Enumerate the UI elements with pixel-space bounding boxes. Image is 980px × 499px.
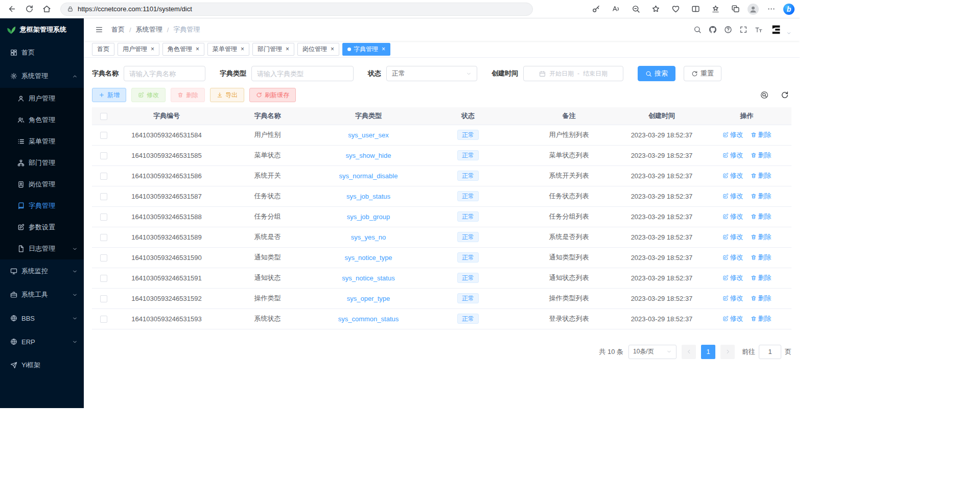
favorites-bar-icon[interactable] <box>708 2 723 16</box>
profile-avatar[interactable] <box>748 4 759 15</box>
password-key-icon[interactable] <box>588 2 603 16</box>
dict-type-link[interactable]: sys_job_status <box>346 193 390 200</box>
user-menu-chevron-icon[interactable] <box>786 31 791 36</box>
tab-user-mgmt[interactable]: 用户管理× <box>118 43 159 56</box>
row-edit-link[interactable]: 修改 <box>722 294 743 303</box>
dict-type-link[interactable]: sys_user_sex <box>348 131 388 139</box>
page-goto-input[interactable] <box>759 345 781 359</box>
dict-type-link[interactable]: sys_common_status <box>338 315 399 323</box>
edit-button[interactable]: 修改 <box>131 88 166 102</box>
sidebar-item-user-mgmt[interactable]: 用户管理 <box>0 88 84 109</box>
row-checkbox[interactable] <box>100 234 107 241</box>
row-checkbox[interactable] <box>100 213 107 221</box>
status-select[interactable]: 正常 <box>386 66 477 81</box>
row-checkbox[interactable] <box>100 132 107 139</box>
next-page-button[interactable] <box>720 345 735 359</box>
row-checkbox[interactable] <box>100 316 107 323</box>
tab-close-icon[interactable]: × <box>331 46 334 52</box>
dict-type-link[interactable]: sys_yes_no <box>351 233 386 241</box>
browser-home-button[interactable] <box>39 2 54 16</box>
add-button[interactable]: 新增 <box>92 88 126 102</box>
prev-page-button[interactable] <box>682 345 696 359</box>
export-button[interactable]: 导出 <box>210 88 244 102</box>
fullscreen-icon[interactable] <box>736 22 751 37</box>
row-checkbox[interactable] <box>100 295 107 302</box>
row-edit-link[interactable]: 修改 <box>722 253 743 262</box>
tab-role-mgmt[interactable]: 角色管理× <box>162 43 204 56</box>
dict-type-link[interactable]: sys_notice_status <box>342 274 394 282</box>
row-delete-link[interactable]: 删除 <box>751 253 772 262</box>
page-size-select[interactable]: 10条/页 <box>628 345 676 359</box>
sidebar-item-menu-mgmt[interactable]: 菜单管理 <box>0 131 84 152</box>
sidebar-item-dict-mgmt[interactable]: 字典管理 <box>0 195 84 217</box>
browser-more-icon[interactable] <box>763 2 779 16</box>
dict-type-link[interactable]: sys_normal_disable <box>339 172 398 180</box>
site-lock-icon[interactable] <box>67 6 74 12</box>
row-edit-link[interactable]: 修改 <box>722 273 743 282</box>
dict-type-link[interactable]: sys_job_group <box>347 213 390 221</box>
row-delete-link[interactable]: 删除 <box>751 130 772 139</box>
row-checkbox[interactable] <box>100 254 107 262</box>
sidebar-item-log-mgmt[interactable]: 日志管理 <box>0 238 84 259</box>
sidebar-item-system-tools[interactable]: 系统工具 <box>0 283 84 306</box>
header-search-icon[interactable] <box>690 22 705 37</box>
row-delete-link[interactable]: 删除 <box>751 171 772 180</box>
tab-dict-mgmt[interactable]: 字典管理× <box>342 43 390 56</box>
row-delete-link[interactable]: 删除 <box>751 232 772 242</box>
row-edit-link[interactable]: 修改 <box>722 212 743 221</box>
dict-name-input[interactable] <box>124 66 205 81</box>
tab-close-icon[interactable]: × <box>382 46 385 52</box>
yi-logo[interactable] <box>767 22 785 37</box>
tab-dept-mgmt[interactable]: 部门管理× <box>252 43 294 56</box>
breadcrumb-system[interactable]: 系统管理 <box>136 25 162 34</box>
dict-type-link[interactable]: sys_show_hide <box>346 152 391 159</box>
row-delete-link[interactable]: 删除 <box>751 294 772 303</box>
show-search-toggle-icon[interactable] <box>758 88 771 102</box>
date-range-picker[interactable]: 开始日期 - 结束日期 <box>523 66 623 81</box>
sidebar-item-yi-framework[interactable]: Yi框架 <box>0 353 84 377</box>
breadcrumb-home[interactable]: 首页 <box>111 25 125 34</box>
add-favorite-icon[interactable] <box>648 2 663 16</box>
sidebar-item-system-mgmt[interactable]: 系统管理 <box>0 64 84 88</box>
collections-icon[interactable] <box>728 2 743 16</box>
dict-type-input[interactable] <box>251 66 354 81</box>
sidebar-item-role-mgmt[interactable]: 角色管理 <box>0 109 84 131</box>
row-edit-link[interactable]: 修改 <box>722 130 743 139</box>
row-delete-link[interactable]: 删除 <box>751 192 772 201</box>
sidebar-item-dept-mgmt[interactable]: 部门管理 <box>0 152 84 174</box>
row-edit-link[interactable]: 修改 <box>722 171 743 180</box>
row-delete-link[interactable]: 删除 <box>751 212 772 221</box>
tab-close-icon[interactable]: × <box>196 46 199 52</box>
split-screen-icon[interactable] <box>688 2 703 16</box>
search-button[interactable]: 搜索 <box>638 66 675 81</box>
tab-menu-mgmt[interactable]: 菜单管理× <box>207 43 249 56</box>
browser-essentials-icon[interactable] <box>668 2 683 16</box>
github-icon[interactable] <box>706 22 720 37</box>
delete-button[interactable]: 删除 <box>171 88 205 102</box>
reset-button[interactable]: 重置 <box>684 66 721 81</box>
browser-reload-button[interactable] <box>21 2 37 16</box>
select-all-checkbox[interactable] <box>100 113 107 120</box>
row-edit-link[interactable]: 修改 <box>722 192 743 201</box>
sidebar-item-param-settings[interactable]: 参数设置 <box>0 217 84 238</box>
dict-type-link[interactable]: sys_oper_type <box>347 295 390 302</box>
dict-type-link[interactable]: sys_notice_type <box>344 254 392 262</box>
read-aloud-icon[interactable] <box>608 2 623 16</box>
sidebar-item-erp[interactable]: ERP <box>0 330 84 353</box>
sidebar-item-bbs[interactable]: BBS <box>0 306 84 330</box>
tab-post-mgmt[interactable]: 岗位管理× <box>297 43 339 56</box>
row-checkbox[interactable] <box>100 275 107 282</box>
tab-home[interactable]: 首页 <box>92 43 114 56</box>
row-delete-link[interactable]: 删除 <box>751 151 772 160</box>
tab-close-icon[interactable]: × <box>241 46 244 52</box>
refresh-cache-button[interactable]: 刷新缓存 <box>249 88 296 102</box>
table-refresh-icon[interactable] <box>778 88 791 102</box>
sidebar-item-post-mgmt[interactable]: 岗位管理 <box>0 174 84 195</box>
row-edit-link[interactable]: 修改 <box>722 232 743 242</box>
address-bar[interactable]: https://ccnetcore.com:1101/system/dict <box>60 3 533 16</box>
bing-chat-icon[interactable]: b <box>783 4 795 15</box>
row-checkbox[interactable] <box>100 173 107 180</box>
row-delete-link[interactable]: 删除 <box>751 273 772 282</box>
tab-close-icon[interactable]: × <box>151 46 154 52</box>
tab-close-icon[interactable]: × <box>286 46 289 52</box>
